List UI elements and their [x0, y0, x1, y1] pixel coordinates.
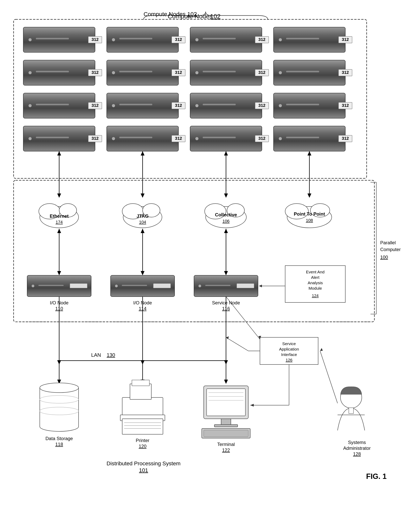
svg-text:312: 312	[342, 103, 349, 108]
svg-rect-179	[122, 398, 163, 417]
svg-rect-44	[88, 102, 102, 109]
svg-rect-196	[202, 428, 250, 438]
svg-rect-48	[119, 104, 152, 105]
svg-rect-3	[36, 38, 69, 39]
svg-rect-69	[172, 135, 185, 142]
svg-rect-68	[119, 137, 152, 138]
svg-text:Application: Application	[279, 347, 299, 351]
svg-rect-53	[203, 104, 236, 105]
svg-rect-14	[255, 37, 269, 43]
svg-text:312: 312	[175, 103, 182, 108]
svg-rect-16	[274, 27, 345, 52]
svg-point-32	[195, 71, 198, 74]
svg-rect-122	[27, 275, 91, 297]
svg-marker-88	[224, 193, 228, 198]
svg-point-52	[195, 104, 198, 107]
svg-point-108	[287, 207, 332, 228]
svg-point-57	[279, 104, 282, 107]
svg-point-109	[285, 204, 308, 219]
svg-point-67	[112, 137, 115, 140]
svg-rect-63	[36, 137, 69, 138]
svg-text:120: 120	[139, 444, 146, 449]
svg-rect-56	[274, 93, 345, 118]
svg-marker-156	[57, 360, 61, 364]
svg-rect-140	[285, 266, 345, 303]
svg-text:130: 130	[107, 352, 115, 358]
svg-text:312: 312	[258, 103, 266, 108]
svg-text:FIG. 1: FIG. 1	[366, 472, 387, 480]
svg-rect-29	[172, 69, 185, 76]
svg-rect-46	[107, 93, 178, 118]
svg-point-213	[340, 387, 362, 408]
svg-rect-189	[204, 386, 248, 419]
svg-rect-26	[107, 60, 178, 85]
svg-marker-121	[224, 229, 228, 233]
svg-point-42	[29, 104, 32, 107]
svg-marker-169	[224, 380, 228, 384]
svg-rect-197	[204, 430, 248, 437]
svg-text:Distributed Processing System: Distributed Processing System	[106, 460, 180, 466]
svg-marker-167	[141, 380, 144, 384]
svg-point-99	[122, 204, 144, 219]
svg-marker-115	[57, 229, 61, 233]
svg-point-22	[29, 71, 32, 74]
svg-text:116: 116	[222, 306, 230, 311]
svg-point-170	[40, 422, 78, 431]
svg-marker-120	[224, 271, 228, 275]
svg-marker-210	[250, 404, 254, 407]
svg-rect-24	[88, 69, 102, 76]
svg-text:I/O Node: I/O Node	[50, 300, 68, 305]
svg-text:312: 312	[92, 103, 99, 108]
svg-marker-220	[320, 348, 323, 351]
svg-text:312: 312	[92, 70, 99, 75]
svg-rect-8	[119, 38, 152, 39]
svg-point-95	[59, 204, 77, 217]
svg-rect-19	[338, 37, 352, 43]
svg-text:Systems: Systems	[348, 440, 366, 445]
svg-text:Event And: Event And	[306, 270, 325, 274]
svg-rect-183	[122, 419, 163, 434]
svg-point-2	[29, 38, 32, 41]
svg-rect-129	[153, 284, 171, 288]
svg-point-94	[39, 204, 60, 219]
svg-line-211	[226, 297, 260, 339]
svg-text:106: 106	[222, 219, 230, 224]
svg-text:126: 126	[286, 358, 292, 362]
svg-point-12	[195, 38, 198, 41]
svg-marker-212	[258, 336, 261, 339]
svg-text:312: 312	[258, 37, 266, 42]
svg-text:312: 312	[92, 37, 99, 42]
svg-rect-13	[203, 38, 236, 39]
svg-rect-39	[338, 69, 352, 76]
svg-text:312: 312	[342, 136, 349, 141]
svg-text:Module: Module	[309, 286, 322, 290]
svg-marker-160	[224, 360, 228, 364]
svg-rect-61	[23, 126, 95, 151]
svg-rect-0	[14, 19, 367, 178]
svg-point-104	[205, 204, 226, 219]
svg-rect-34	[255, 69, 269, 76]
svg-rect-9	[172, 37, 185, 43]
svg-text:Analysis: Analysis	[308, 281, 323, 285]
svg-rect-74	[255, 135, 269, 142]
svg-rect-43	[36, 104, 69, 105]
svg-rect-4	[88, 37, 102, 43]
svg-text:Computer: Computer	[380, 247, 401, 252]
svg-text:JTAG: JTAG	[136, 213, 149, 219]
svg-rect-76	[274, 126, 345, 151]
svg-rect-59	[338, 102, 352, 109]
svg-point-98	[123, 207, 162, 228]
svg-text:122: 122	[222, 447, 230, 453]
svg-rect-124	[38, 285, 64, 286]
svg-marker-118	[141, 229, 144, 233]
svg-rect-1	[23, 27, 95, 52]
svg-text:312: 312	[258, 136, 266, 141]
svg-marker-117	[141, 271, 144, 275]
svg-rect-79	[338, 135, 352, 142]
svg-point-127	[115, 285, 118, 287]
svg-point-72	[195, 137, 198, 140]
svg-point-174	[40, 383, 78, 393]
svg-marker-165	[57, 380, 61, 384]
svg-point-93	[40, 207, 78, 228]
svg-rect-31	[190, 60, 262, 85]
